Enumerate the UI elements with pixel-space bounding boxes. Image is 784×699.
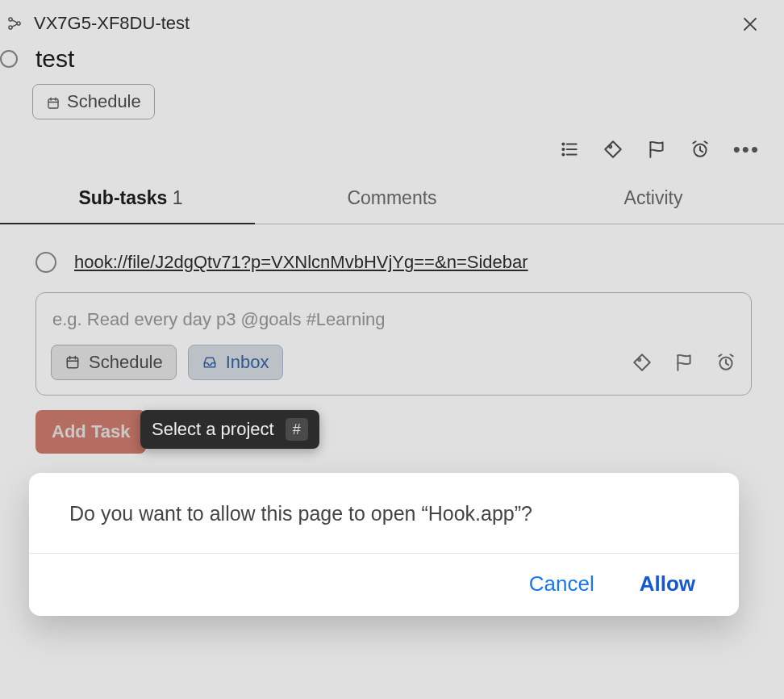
dialog-allow-button[interactable]: Allow <box>640 571 695 596</box>
dialog-cancel-button[interactable]: Cancel <box>529 571 594 596</box>
project-tooltip-text: Select a project <box>152 419 274 440</box>
dialog-message: Do you want to allow this page to open “… <box>29 473 739 553</box>
dialog-actions: Cancel Allow <box>29 554 739 616</box>
open-app-dialog: Do you want to allow this page to open “… <box>29 473 739 616</box>
project-tooltip-shortcut: # <box>286 418 308 441</box>
project-tooltip: Select a project # <box>140 410 319 449</box>
